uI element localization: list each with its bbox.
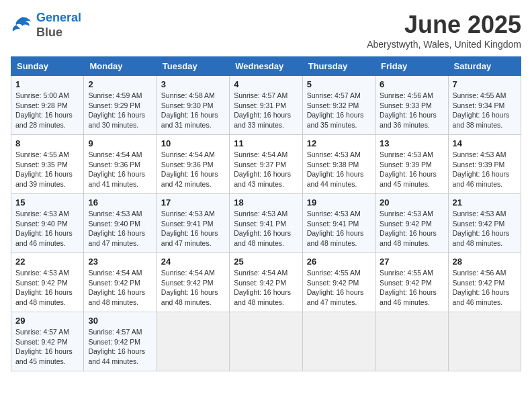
calendar-cell: 21Sunrise: 4:53 AMSunset: 9:42 PMDayligh…: [448, 194, 521, 253]
day-info: Sunrise: 4:53 AMSunset: 9:41 PMDaylight:…: [234, 209, 298, 248]
day-info: Sunrise: 4:54 AMSunset: 9:42 PMDaylight:…: [234, 268, 298, 308]
calendar-cell: 20Sunrise: 4:53 AMSunset: 9:42 PMDayligh…: [375, 194, 448, 253]
day-info: Sunrise: 5:00 AMSunset: 9:28 PMDaylight:…: [15, 91, 79, 130]
day-info: Sunrise: 4:53 AMSunset: 9:41 PMDaylight:…: [161, 209, 225, 248]
logo: GeneralBlue: [11, 11, 81, 40]
calendar-cell: [157, 312, 229, 371]
day-number: 21: [453, 197, 517, 208]
calendar-cell: 16Sunrise: 4:53 AMSunset: 9:40 PMDayligh…: [84, 194, 157, 253]
calendar-week-1: 1Sunrise: 5:00 AMSunset: 9:28 PMDaylight…: [11, 76, 521, 135]
day-info: Sunrise: 4:53 AMSunset: 9:42 PMDaylight:…: [380, 209, 443, 248]
calendar-cell: 17Sunrise: 4:53 AMSunset: 9:41 PMDayligh…: [157, 194, 229, 253]
weekday-wednesday: Wednesday: [230, 57, 302, 76]
day-info: Sunrise: 4:57 AMSunset: 9:32 PMDaylight:…: [307, 91, 371, 130]
day-info: Sunrise: 4:54 AMSunset: 9:42 PMDaylight:…: [88, 268, 152, 308]
day-number: 12: [307, 138, 371, 148]
calendar-cell: [448, 312, 521, 371]
day-info: Sunrise: 4:53 AMSunset: 9:42 PMDaylight:…: [15, 268, 79, 308]
day-info: Sunrise: 4:57 AMSunset: 9:31 PMDaylight:…: [234, 91, 298, 130]
calendar-cell: 8Sunrise: 4:55 AMSunset: 9:35 PMDaylight…: [11, 135, 84, 194]
day-number: 28: [453, 257, 517, 267]
day-number: 8: [15, 138, 79, 148]
day-info: Sunrise: 4:53 AMSunset: 9:40 PMDaylight:…: [88, 209, 152, 248]
day-number: 23: [88, 257, 152, 267]
location-label: Aberystwyth, Wales, United Kingdom: [367, 39, 521, 50]
day-number: 9: [88, 138, 152, 148]
calendar-cell: 19Sunrise: 4:53 AMSunset: 9:41 PMDayligh…: [302, 194, 375, 253]
day-info: Sunrise: 4:54 AMSunset: 9:36 PMDaylight:…: [161, 150, 225, 189]
calendar-cell: [375, 312, 448, 371]
day-number: 5: [307, 79, 371, 89]
calendar-cell: 11Sunrise: 4:54 AMSunset: 9:37 PMDayligh…: [230, 135, 302, 194]
calendar-week-3: 15Sunrise: 4:53 AMSunset: 9:40 PMDayligh…: [11, 194, 521, 253]
day-number: 26: [307, 257, 371, 267]
day-number: 14: [453, 138, 517, 148]
day-info: Sunrise: 4:54 AMSunset: 9:42 PMDaylight:…: [161, 268, 225, 308]
day-number: 20: [380, 197, 443, 208]
day-info: Sunrise: 4:55 AMSunset: 9:35 PMDaylight:…: [15, 150, 79, 189]
calendar-cell: 14Sunrise: 4:53 AMSunset: 9:39 PMDayligh…: [448, 135, 521, 194]
calendar-cell: 3Sunrise: 4:58 AMSunset: 9:30 PMDaylight…: [157, 76, 229, 135]
day-number: 4: [234, 79, 298, 89]
day-info: Sunrise: 4:53 AMSunset: 9:40 PMDaylight:…: [15, 209, 79, 248]
day-number: 10: [161, 138, 225, 148]
calendar-cell: 13Sunrise: 4:53 AMSunset: 9:39 PMDayligh…: [375, 135, 448, 194]
day-info: Sunrise: 4:57 AMSunset: 9:42 PMDaylight:…: [88, 327, 152, 367]
calendar-cell: 26Sunrise: 4:55 AMSunset: 9:42 PMDayligh…: [302, 253, 375, 312]
day-info: Sunrise: 4:56 AMSunset: 9:42 PMDaylight:…: [453, 268, 517, 308]
calendar-cell: 29Sunrise: 4:57 AMSunset: 9:42 PMDayligh…: [11, 312, 84, 371]
calendar-cell: 22Sunrise: 4:53 AMSunset: 9:42 PMDayligh…: [11, 253, 84, 312]
weekday-sunday: Sunday: [11, 57, 84, 76]
calendar-cell: 24Sunrise: 4:54 AMSunset: 9:42 PMDayligh…: [157, 253, 229, 312]
day-info: Sunrise: 4:53 AMSunset: 9:39 PMDaylight:…: [453, 150, 517, 189]
page-header: GeneralBlue June 2025 Aberystwyth, Wales…: [11, 11, 521, 50]
day-number: 27: [380, 257, 443, 267]
calendar-cell: 30Sunrise: 4:57 AMSunset: 9:42 PMDayligh…: [84, 312, 157, 371]
title-block: June 2025 Aberystwyth, Wales, United Kin…: [367, 11, 521, 50]
day-number: 24: [161, 257, 225, 267]
calendar-cell: 18Sunrise: 4:53 AMSunset: 9:41 PMDayligh…: [230, 194, 302, 253]
day-number: 7: [453, 79, 517, 89]
calendar-cell: 1Sunrise: 5:00 AMSunset: 9:28 PMDaylight…: [11, 76, 84, 135]
calendar-cell: [302, 312, 375, 371]
day-info: Sunrise: 4:53 AMSunset: 9:38 PMDaylight:…: [307, 150, 371, 189]
calendar-header: SundayMondayTuesdayWednesdayThursdayFrid…: [11, 57, 521, 76]
month-title: June 2025: [367, 11, 521, 39]
day-info: Sunrise: 4:55 AMSunset: 9:42 PMDaylight:…: [307, 268, 371, 308]
calendar-cell: 2Sunrise: 4:59 AMSunset: 9:29 PMDaylight…: [84, 76, 157, 135]
calendar-week-4: 22Sunrise: 4:53 AMSunset: 9:42 PMDayligh…: [11, 253, 521, 312]
day-number: 18: [234, 197, 298, 208]
day-number: 17: [161, 197, 225, 208]
day-info: Sunrise: 4:56 AMSunset: 9:33 PMDaylight:…: [380, 91, 443, 130]
day-info: Sunrise: 4:54 AMSunset: 9:36 PMDaylight:…: [88, 150, 152, 189]
day-number: 29: [15, 316, 79, 326]
calendar-body: 1Sunrise: 5:00 AMSunset: 9:28 PMDaylight…: [11, 76, 521, 371]
calendar-cell: 5Sunrise: 4:57 AMSunset: 9:32 PMDaylight…: [302, 76, 375, 135]
calendar-cell: 7Sunrise: 4:55 AMSunset: 9:34 PMDaylight…: [448, 76, 521, 135]
calendar-cell: 27Sunrise: 4:55 AMSunset: 9:42 PMDayligh…: [375, 253, 448, 312]
day-info: Sunrise: 4:58 AMSunset: 9:30 PMDaylight:…: [161, 91, 225, 130]
day-number: 13: [380, 138, 443, 148]
calendar-cell: 6Sunrise: 4:56 AMSunset: 9:33 PMDaylight…: [375, 76, 448, 135]
day-number: 1: [15, 79, 79, 89]
day-info: Sunrise: 4:53 AMSunset: 9:42 PMDaylight:…: [453, 209, 517, 248]
day-number: 16: [88, 197, 152, 208]
weekday-header-row: SundayMondayTuesdayWednesdayThursdayFrid…: [11, 57, 521, 76]
day-number: 2: [88, 79, 152, 89]
calendar-week-5: 29Sunrise: 4:57 AMSunset: 9:42 PMDayligh…: [11, 312, 521, 371]
calendar-cell: 25Sunrise: 4:54 AMSunset: 9:42 PMDayligh…: [230, 253, 302, 312]
logo-icon: [11, 16, 32, 35]
calendar-cell: 15Sunrise: 4:53 AMSunset: 9:40 PMDayligh…: [11, 194, 84, 253]
day-info: Sunrise: 4:54 AMSunset: 9:37 PMDaylight:…: [234, 150, 298, 189]
day-number: 11: [234, 138, 298, 148]
day-number: 15: [15, 197, 79, 208]
day-info: Sunrise: 4:53 AMSunset: 9:39 PMDaylight:…: [380, 150, 443, 189]
weekday-saturday: Saturday: [448, 57, 521, 76]
calendar-table: SundayMondayTuesdayWednesdayThursdayFrid…: [11, 56, 521, 371]
day-info: Sunrise: 4:53 AMSunset: 9:41 PMDaylight:…: [307, 209, 371, 248]
calendar-cell: 10Sunrise: 4:54 AMSunset: 9:36 PMDayligh…: [157, 135, 229, 194]
day-info: Sunrise: 4:59 AMSunset: 9:29 PMDaylight:…: [88, 91, 152, 130]
weekday-tuesday: Tuesday: [157, 57, 229, 76]
calendar-week-2: 8Sunrise: 4:55 AMSunset: 9:35 PMDaylight…: [11, 135, 521, 194]
logo-text: GeneralBlue: [36, 11, 81, 40]
